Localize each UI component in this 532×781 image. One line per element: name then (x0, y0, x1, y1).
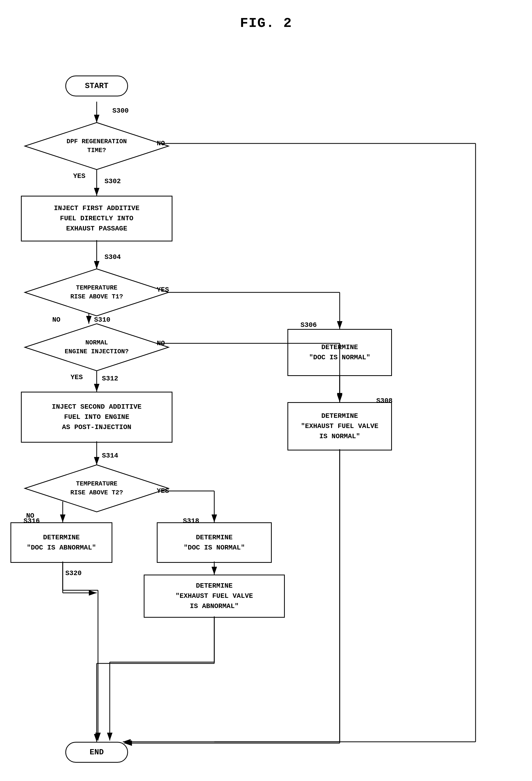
exhaust-normal-text: DETERMINE "EXHAUST FUEL VALVE IS NORMAL" (301, 411, 378, 442)
dpf-text: DPF REGENERATION TIME? (67, 137, 127, 155)
inject2-text: INJECT SECOND ADDITIVE FUEL INTO ENGINE … (52, 402, 141, 433)
end-terminal: END (65, 742, 128, 763)
exhaust-normal-process: DETERMINE "EXHAUST FUEL VALVE IS NORMAL" (287, 402, 392, 450)
inject1-process: INJECT FIRST ADDITIVE FUEL DIRECTLY INTO… (21, 196, 172, 241)
exhaust-abnormal-process: DETERMINE "EXHAUST FUEL VALVE IS ABNORMA… (144, 575, 285, 618)
engine-inj-no-label: NO (157, 339, 165, 347)
s304-label: S304 (105, 253, 121, 261)
temp1-yes-label: YES (157, 286, 169, 294)
doc-normal1-process: DETERMINE "DOC IS NORMAL" (287, 329, 392, 376)
temp1-decision: TEMPERATURE RISE ABOVE T1? (24, 268, 170, 317)
engine-inj-yes-label: YES (71, 373, 83, 381)
end-label: END (90, 748, 104, 757)
exhaust-abnormal-text: DETERMINE "EXHAUST FUEL VALVE IS ABNORMA… (175, 581, 253, 611)
dpf-yes-label: YES (73, 172, 85, 180)
dpf-decision: DPF REGENERATION TIME? (24, 121, 170, 171)
dpf-no-label: NO (157, 139, 165, 148)
inject1-text: INJECT FIRST ADDITIVE FUEL DIRECTLY INTO… (54, 203, 139, 234)
temp2-yes-label: YES (157, 487, 169, 495)
engine-inj-text: NORMAL ENGINE INJECTION? (65, 338, 129, 356)
temp2-decision: TEMPERATURE RISE ABOVE T2? (24, 463, 170, 513)
engine-inj-decision: NORMAL ENGINE INJECTION? (24, 322, 170, 372)
s314-label: S314 (102, 452, 118, 460)
start-label: START (85, 82, 109, 90)
temp1-text: TEMPERATURE RISE ABOVE T1? (70, 284, 123, 301)
s300-label: S300 (112, 107, 129, 115)
doc-abnormal-process: DETERMINE "DOC IS ABNORMAL" (10, 522, 112, 563)
page-title: FIG. 2 (0, 0, 532, 42)
s320-label: S320 (65, 569, 82, 577)
s302-label: S302 (105, 177, 121, 185)
inject2-process: INJECT SECOND ADDITIVE FUEL INTO ENGINE … (21, 392, 172, 443)
doc-normal1-text: DETERMINE "DOC IS NORMAL" (309, 342, 370, 363)
doc-abnormal-text: DETERMINE "DOC IS ABNORMAL" (27, 533, 96, 553)
doc-normal2-process: DETERMINE "DOC IS NORMAL" (157, 522, 272, 563)
doc-normal2-text: DETERMINE "DOC IS NORMAL" (184, 533, 245, 553)
s306-label: S306 (300, 321, 317, 329)
start-terminal: START (65, 76, 128, 96)
s300-text: S300 (112, 107, 129, 115)
temp2-text: TEMPERATURE RISE ABOVE T2? (70, 480, 123, 497)
s312-label: S312 (102, 375, 118, 382)
